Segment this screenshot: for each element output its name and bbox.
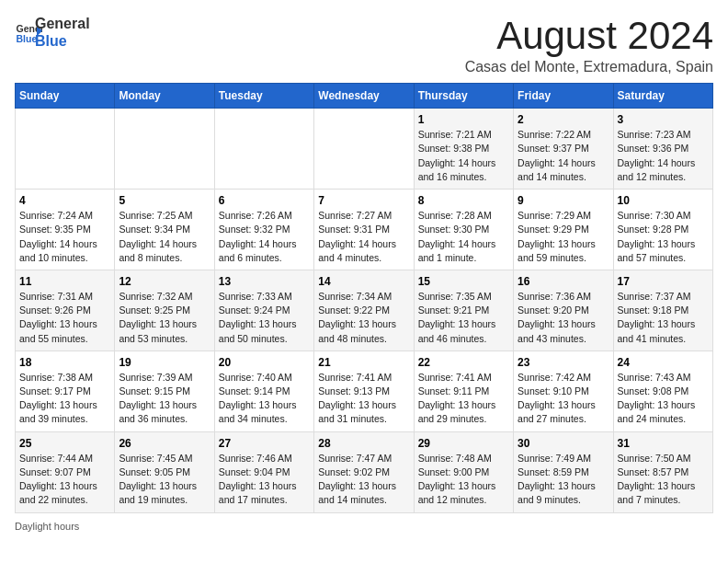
day-info: Sunrise: 7:41 AMSunset: 9:11 PMDaylight:… xyxy=(418,371,509,427)
day-number: 29 xyxy=(418,437,509,450)
day-number: 15 xyxy=(418,275,509,288)
calendar-cell: 19Sunrise: 7:39 AMSunset: 9:15 PMDayligh… xyxy=(115,350,214,431)
day-number: 1 xyxy=(418,113,509,126)
day-number: 7 xyxy=(318,194,409,207)
calendar-cell: 13Sunrise: 7:33 AMSunset: 9:24 PMDayligh… xyxy=(214,270,313,350)
day-info: Sunrise: 7:37 AMSunset: 9:18 PMDaylight:… xyxy=(618,290,709,346)
title-block: August 2024 Casas del Monte, Extremadura… xyxy=(465,15,713,75)
day-number: 9 xyxy=(518,194,609,207)
weekday-header-friday: Friday xyxy=(514,84,613,109)
week-row-1: 1Sunrise: 7:21 AMSunset: 9:38 PMDaylight… xyxy=(16,109,713,190)
calendar-cell: 12Sunrise: 7:32 AMSunset: 9:25 PMDayligh… xyxy=(115,270,214,350)
day-number: 13 xyxy=(219,275,310,288)
day-info: Sunrise: 7:39 AMSunset: 9:15 PMDaylight:… xyxy=(119,371,210,427)
day-info: Sunrise: 7:31 AMSunset: 9:26 PMDaylight:… xyxy=(19,290,110,346)
week-row-2: 4Sunrise: 7:24 AMSunset: 9:35 PMDaylight… xyxy=(16,190,713,270)
day-number: 3 xyxy=(618,113,709,126)
weekday-header-saturday: Saturday xyxy=(613,84,712,109)
day-info: Sunrise: 7:24 AMSunset: 9:35 PMDaylight:… xyxy=(19,209,110,265)
day-info: Sunrise: 7:21 AMSunset: 9:38 PMDaylight:… xyxy=(418,128,509,184)
day-number: 19 xyxy=(119,356,210,369)
day-number: 11 xyxy=(19,275,110,288)
day-number: 21 xyxy=(318,356,409,369)
daylight-hours-label: Daylight hours xyxy=(15,521,79,532)
calendar-cell xyxy=(214,109,313,190)
calendar-cell: 8Sunrise: 7:28 AMSunset: 9:30 PMDaylight… xyxy=(414,190,513,270)
day-number: 24 xyxy=(618,356,709,369)
calendar-cell xyxy=(16,109,115,190)
day-number: 8 xyxy=(418,194,509,207)
calendar-cell: 2Sunrise: 7:22 AMSunset: 9:37 PMDaylight… xyxy=(514,109,613,190)
week-row-3: 11Sunrise: 7:31 AMSunset: 9:26 PMDayligh… xyxy=(16,270,713,350)
calendar-cell: 18Sunrise: 7:38 AMSunset: 9:17 PMDayligh… xyxy=(16,350,115,431)
day-number: 5 xyxy=(119,194,210,207)
weekday-header-tuesday: Tuesday xyxy=(214,84,313,109)
calendar-cell xyxy=(314,109,414,190)
logo: General Blue General Blue xyxy=(15,15,90,50)
calendar-cell: 31Sunrise: 7:50 AMSunset: 8:57 PMDayligh… xyxy=(613,431,712,512)
calendar-cell: 16Sunrise: 7:36 AMSunset: 9:20 PMDayligh… xyxy=(514,270,613,350)
day-info: Sunrise: 7:50 AMSunset: 8:57 PMDaylight:… xyxy=(618,452,709,508)
day-number: 17 xyxy=(618,275,709,288)
calendar-cell: 3Sunrise: 7:23 AMSunset: 9:36 PMDaylight… xyxy=(613,109,712,190)
calendar-cell: 25Sunrise: 7:44 AMSunset: 9:07 PMDayligh… xyxy=(16,431,115,512)
calendar-cell: 27Sunrise: 7:46 AMSunset: 9:04 PMDayligh… xyxy=(214,431,313,512)
weekday-header-monday: Monday xyxy=(115,84,214,109)
header: General Blue General Blue August 2024 Ca… xyxy=(15,15,713,75)
day-info: Sunrise: 7:47 AMSunset: 9:02 PMDaylight:… xyxy=(318,452,409,508)
day-info: Sunrise: 7:41 AMSunset: 9:13 PMDaylight:… xyxy=(318,371,409,427)
day-number: 25 xyxy=(19,437,110,450)
day-info: Sunrise: 7:33 AMSunset: 9:24 PMDaylight:… xyxy=(219,290,310,346)
day-number: 31 xyxy=(618,437,709,450)
calendar-cell: 23Sunrise: 7:42 AMSunset: 9:10 PMDayligh… xyxy=(514,350,613,431)
calendar-cell xyxy=(115,109,214,190)
day-number: 6 xyxy=(219,194,310,207)
day-number: 4 xyxy=(19,194,110,207)
day-info: Sunrise: 7:44 AMSunset: 9:07 PMDaylight:… xyxy=(19,452,110,508)
day-info: Sunrise: 7:30 AMSunset: 9:28 PMDaylight:… xyxy=(618,209,709,265)
calendar-title: August 2024 xyxy=(465,15,713,57)
day-info: Sunrise: 7:45 AMSunset: 9:05 PMDaylight:… xyxy=(119,452,210,508)
day-info: Sunrise: 7:26 AMSunset: 9:32 PMDaylight:… xyxy=(219,209,310,265)
day-info: Sunrise: 7:25 AMSunset: 9:34 PMDaylight:… xyxy=(119,209,210,265)
calendar-cell: 4Sunrise: 7:24 AMSunset: 9:35 PMDaylight… xyxy=(16,190,115,270)
day-info: Sunrise: 7:43 AMSunset: 9:08 PMDaylight:… xyxy=(618,371,709,427)
day-info: Sunrise: 7:34 AMSunset: 9:22 PMDaylight:… xyxy=(318,290,409,346)
day-info: Sunrise: 7:32 AMSunset: 9:25 PMDaylight:… xyxy=(119,290,210,346)
calendar-cell: 26Sunrise: 7:45 AMSunset: 9:05 PMDayligh… xyxy=(115,431,214,512)
calendar-cell: 17Sunrise: 7:37 AMSunset: 9:18 PMDayligh… xyxy=(613,270,712,350)
calendar-cell: 20Sunrise: 7:40 AMSunset: 9:14 PMDayligh… xyxy=(214,350,313,431)
calendar-cell: 6Sunrise: 7:26 AMSunset: 9:32 PMDaylight… xyxy=(214,190,313,270)
day-info: Sunrise: 7:40 AMSunset: 9:14 PMDaylight:… xyxy=(219,371,310,427)
day-info: Sunrise: 7:29 AMSunset: 9:29 PMDaylight:… xyxy=(518,209,609,265)
day-number: 10 xyxy=(618,194,709,207)
day-info: Sunrise: 7:42 AMSunset: 9:10 PMDaylight:… xyxy=(518,371,609,427)
day-info: Sunrise: 7:23 AMSunset: 9:36 PMDaylight:… xyxy=(618,128,709,184)
day-number: 18 xyxy=(19,356,110,369)
day-number: 2 xyxy=(518,113,609,126)
calendar-cell: 1Sunrise: 7:21 AMSunset: 9:38 PMDaylight… xyxy=(414,109,513,190)
day-number: 23 xyxy=(518,356,609,369)
logo-blue: Blue xyxy=(35,32,90,50)
week-row-4: 18Sunrise: 7:38 AMSunset: 9:17 PMDayligh… xyxy=(16,350,713,431)
calendar-cell: 21Sunrise: 7:41 AMSunset: 9:13 PMDayligh… xyxy=(314,350,414,431)
day-number: 28 xyxy=(318,437,409,450)
day-info: Sunrise: 7:28 AMSunset: 9:30 PMDaylight:… xyxy=(418,209,509,265)
calendar-cell: 29Sunrise: 7:48 AMSunset: 9:00 PMDayligh… xyxy=(414,431,513,512)
day-number: 26 xyxy=(119,437,210,450)
calendar-cell: 28Sunrise: 7:47 AMSunset: 9:02 PMDayligh… xyxy=(314,431,414,512)
week-row-5: 25Sunrise: 7:44 AMSunset: 9:07 PMDayligh… xyxy=(16,431,713,512)
day-number: 14 xyxy=(318,275,409,288)
svg-text:Blue: Blue xyxy=(17,33,38,44)
day-info: Sunrise: 7:46 AMSunset: 9:04 PMDaylight:… xyxy=(219,452,310,508)
calendar-cell: 30Sunrise: 7:49 AMSunset: 8:59 PMDayligh… xyxy=(514,431,613,512)
calendar-cell: 15Sunrise: 7:35 AMSunset: 9:21 PMDayligh… xyxy=(414,270,513,350)
footer: Daylight hours xyxy=(15,521,713,532)
calendar-cell: 7Sunrise: 7:27 AMSunset: 9:31 PMDaylight… xyxy=(314,190,414,270)
day-info: Sunrise: 7:48 AMSunset: 9:00 PMDaylight:… xyxy=(418,452,509,508)
calendar-subtitle: Casas del Monte, Extremadura, Spain xyxy=(465,59,713,75)
day-info: Sunrise: 7:38 AMSunset: 9:17 PMDaylight:… xyxy=(19,371,110,427)
weekday-header-thursday: Thursday xyxy=(414,84,513,109)
day-info: Sunrise: 7:22 AMSunset: 9:37 PMDaylight:… xyxy=(518,128,609,184)
calendar-cell: 24Sunrise: 7:43 AMSunset: 9:08 PMDayligh… xyxy=(613,350,712,431)
